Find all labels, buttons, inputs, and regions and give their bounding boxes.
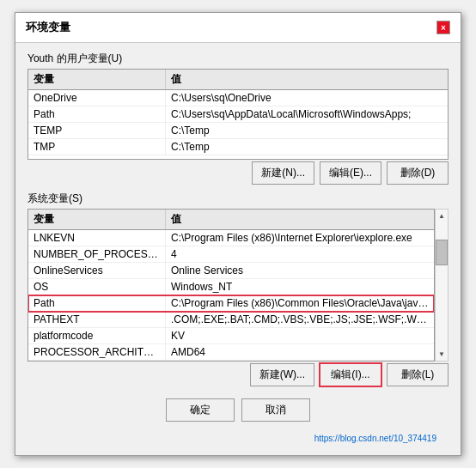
user-row-name: TMP <box>28 139 166 155</box>
user-table: 变量 值 OneDriveC:\Users\sq\OneDrivePathC:\… <box>27 69 449 160</box>
scroll-thumb[interactable] <box>436 240 448 265</box>
system-table-row[interactable]: PATHEXT.COM;.EXE;.BAT;.CMD;.VBS;.VBE;.JS… <box>28 312 434 328</box>
sys-row-value: C:\Program Files (x86)\Internet Explorer… <box>166 230 434 246</box>
user-col-name-header: 变量 <box>28 70 166 89</box>
sys-row-value: C:\Program Files (x86)\Common Files\Orac… <box>166 295 434 311</box>
system-new-button[interactable]: 新建(W)... <box>250 363 314 386</box>
sys-row-name: PROCESSOR_ARCHITECTURE <box>28 344 166 360</box>
user-new-button[interactable]: 新建(N)... <box>252 161 314 185</box>
dialog-title: 环境变量 <box>26 20 70 35</box>
sys-row-name: PATHEXT <box>28 312 166 327</box>
sys-row-name: Path <box>28 295 166 311</box>
sys-row-value: .COM;.EXE;.BAT;.CMD;.VBS;.VBE;.JS;.JSE;.… <box>166 312 434 327</box>
user-col-value-header: 值 <box>166 70 448 89</box>
system-col-name-header: 变量 <box>28 210 166 229</box>
watermark: https://blog.csdn.net/10_374419 <box>27 432 449 447</box>
user-table-row[interactable]: TEMPC:\Temp <box>28 123 448 139</box>
system-table-row[interactable]: platformcodeKV <box>28 328 434 344</box>
system-table: 变量 值 LNKEVNC:\Program Files (x86)\Intern… <box>27 209 435 362</box>
user-section-label: Youth 的用户变量(U) <box>27 52 449 66</box>
sys-row-name: OnlineServices <box>28 263 166 278</box>
user-btn-row: 新建(N)... 编辑(E)... 删除(D) <box>27 161 449 185</box>
system-table-row[interactable]: OSWindows_NT <box>28 279 434 295</box>
system-table-wrapper: 变量 值 LNKEVNC:\Program Files (x86)\Intern… <box>27 209 449 362</box>
sys-row-name: platformcode <box>28 328 166 343</box>
close-button[interactable]: × <box>436 21 450 34</box>
system-table-body: LNKEVNC:\Program Files (x86)\Internet Ex… <box>28 230 434 361</box>
dialog-body: Youth 的用户变量(U) 变量 值 OneDriveC:\Users\sq\… <box>15 43 461 455</box>
system-btn-row: 新建(W)... 编辑(I)... 删除(L) <box>27 363 449 386</box>
user-table-row[interactable]: TMPC:\Temp <box>28 139 448 155</box>
user-row-value: C:\Users\sq\OneDrive <box>166 90 448 106</box>
user-table-row[interactable]: PathC:\Users\sq\AppData\Local\Microsoft\… <box>28 106 448 123</box>
system-table-row[interactable]: NUMBER_OF_PROCESSORS4 <box>28 246 434 263</box>
sys-row-value: Windows_NT <box>166 279 434 295</box>
cancel-button[interactable]: 取消 <box>241 398 310 422</box>
system-table-header: 变量 值 <box>28 210 434 230</box>
user-edit-button[interactable]: 编辑(E)... <box>320 161 381 185</box>
system-table-row[interactable]: PROCESSOR_ARCHITECTUREAMD64 <box>28 344 434 361</box>
user-table-header: 变量 值 <box>28 70 448 90</box>
system-delete-button[interactable]: 删除(L) <box>387 363 449 386</box>
ok-button[interactable]: 确定 <box>166 398 235 422</box>
title-controls: × <box>436 21 450 34</box>
user-row-name: TEMP <box>28 123 166 138</box>
system-scrollbar[interactable]: ▲ ▼ <box>435 209 449 362</box>
sys-row-value: 4 <box>166 246 434 262</box>
system-section-label: 系统变量(S) <box>27 191 449 206</box>
user-row-value: C:\Temp <box>166 139 448 155</box>
user-row-name: Path <box>28 106 166 122</box>
user-row-name: OneDrive <box>28 90 166 106</box>
sys-row-value: KV <box>166 328 434 343</box>
system-edit-button[interactable]: 编辑(I)... <box>320 363 381 386</box>
user-table-row[interactable]: OneDriveC:\Users\sq\OneDrive <box>28 90 448 106</box>
footer-btn-row: 确定 取消 <box>27 398 449 422</box>
sys-row-value: AMD64 <box>166 344 434 360</box>
system-col-value-header: 值 <box>166 210 434 229</box>
system-table-row[interactable]: OnlineServicesOnline Services <box>28 263 434 279</box>
scroll-down-icon[interactable]: ▼ <box>438 348 445 361</box>
system-section: 系统变量(S) 变量 值 LNKEVNC:\Program Files (x86… <box>27 191 449 386</box>
user-delete-button[interactable]: 删除(D) <box>387 161 449 185</box>
sys-row-name: OS <box>28 279 166 295</box>
system-table-row[interactable]: LNKEVNC:\Program Files (x86)\Internet Ex… <box>28 230 434 246</box>
system-table-row[interactable]: PathC:\Program Files (x86)\Common Files\… <box>28 295 434 312</box>
title-bar: 环境变量 × <box>15 13 461 43</box>
scroll-up-icon[interactable]: ▲ <box>438 210 445 222</box>
user-section: Youth 的用户变量(U) 变量 值 OneDriveC:\Users\sq\… <box>27 52 449 185</box>
sys-row-value: Online Services <box>166 263 434 278</box>
sys-row-name: NUMBER_OF_PROCESSORS <box>28 246 166 262</box>
user-table-body: OneDriveC:\Users\sq\OneDrivePathC:\Users… <box>28 90 448 159</box>
user-row-value: C:\Users\sq\AppData\Local\Microsoft\Wind… <box>166 106 448 122</box>
env-variables-dialog: 环境变量 × Youth 的用户变量(U) 变量 值 OneDriveC:\Us… <box>15 12 461 456</box>
user-row-value: C:\Temp <box>166 123 448 138</box>
sys-row-name: LNKEVN <box>28 230 166 246</box>
